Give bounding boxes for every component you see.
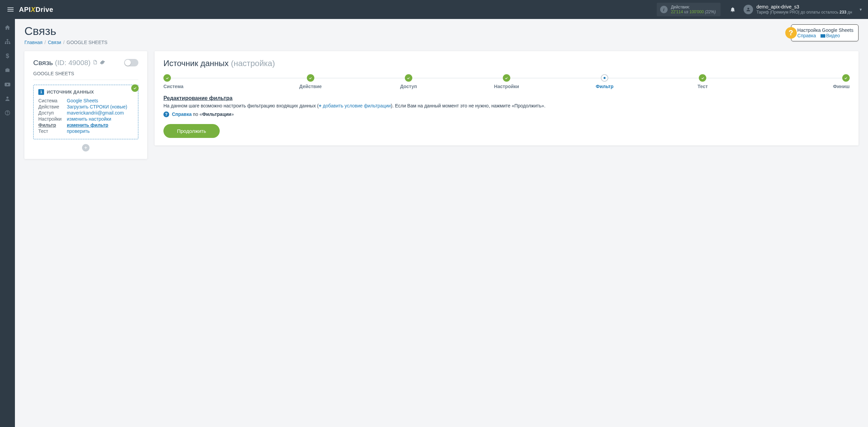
step-Система[interactable]: Система <box>163 74 261 89</box>
source-row-link[interactable]: maverickandrii@gmail.com <box>67 110 124 116</box>
step-label: Система <box>163 84 261 89</box>
main-card: Источник данных (настройка) СистемаДейст… <box>155 51 859 145</box>
step-Финиш[interactable]: Финиш <box>752 74 850 89</box>
svg-rect-3 <box>9 43 11 44</box>
video-icon <box>821 34 825 38</box>
sidebar: $ <box>0 19 15 164</box>
tariff-info: Тариф |Премиум PRO| до оплаты осталось 2… <box>756 10 852 15</box>
step-label: Настройки <box>457 84 555 89</box>
step-check-icon <box>699 74 706 82</box>
document-icon[interactable] <box>93 60 98 66</box>
source-row-link[interactable]: Google Sheets <box>67 98 98 103</box>
step-current-dot-icon <box>601 74 608 82</box>
source-row: Тестпроверить <box>38 128 133 134</box>
home-icon[interactable] <box>4 24 11 31</box>
source-row-link[interactable]: изменить фильтр <box>67 122 108 128</box>
help-icon[interactable] <box>4 109 11 117</box>
source-row-key: Система <box>38 98 67 103</box>
help-line: ? Справка по «Фильтрации» <box>163 111 850 118</box>
description: На данном шаге возможно настроить фильтр… <box>163 103 850 109</box>
step-check-icon <box>163 74 171 82</box>
connection-card: Связь (ID: 49008) GOOGLE SHEETS 1 ИСТОЧН… <box>24 51 147 159</box>
svg-rect-1 <box>5 43 6 44</box>
section-heading: Редактирование фильтра <box>163 95 850 101</box>
svg-rect-2 <box>7 43 8 44</box>
svg-point-7 <box>7 114 7 114</box>
source-row-key: Фильтр <box>38 122 67 128</box>
page-title: Связь <box>24 24 107 38</box>
breadcrumb-current: GOOGLE SHEETS <box>66 40 107 45</box>
source-row-key: Действие <box>38 104 67 109</box>
step-check-icon <box>503 74 510 82</box>
help-title: Настройка Google Sheets <box>797 27 853 33</box>
topbar: APIXDrive i Действия: 22'114 из 100'000 … <box>0 0 868 19</box>
connection-subtitle: GOOGLE SHEETS <box>33 71 138 80</box>
youtube-icon[interactable] <box>4 81 11 88</box>
username: demo_apix-drive_s3 <box>756 4 852 10</box>
filter-help-link[interactable]: Справка <box>172 111 192 117</box>
source-row-key: Тест <box>38 128 67 134</box>
menu-toggle[interactable] <box>5 5 16 14</box>
add-button[interactable]: + <box>82 144 90 151</box>
step-Фильтр[interactable]: Фильтр <box>556 74 654 89</box>
actions-label: Действия: <box>671 5 716 9</box>
step-check-icon <box>842 74 850 82</box>
add-filter-condition-link[interactable]: + добавить условие фильтрации <box>319 103 391 108</box>
actions-counter[interactable]: i Действия: 22'114 из 100'000 (22%) <box>657 3 721 16</box>
step-Тест[interactable]: Тест <box>654 74 752 89</box>
source-row-key: Настройки <box>38 116 67 122</box>
breadcrumb-links[interactable]: Связи <box>48 40 61 45</box>
connection-title: Связь <box>33 59 53 67</box>
source-row-key: Доступ <box>38 110 67 116</box>
logo[interactable]: APIXDrive <box>19 6 53 14</box>
info-icon: i <box>660 6 668 13</box>
step-Доступ[interactable]: Доступ <box>359 74 457 89</box>
sitemap-icon[interactable] <box>4 38 11 45</box>
actions-values: 22'114 из 100'000 (22%) <box>671 9 716 14</box>
step-label: Фильтр <box>556 84 654 89</box>
gear-icon[interactable] <box>100 60 105 66</box>
source-number-badge: 1 <box>38 89 44 95</box>
notifications-icon[interactable] <box>727 6 739 13</box>
step-label: Тест <box>654 84 752 89</box>
step-check-icon <box>307 74 314 82</box>
check-icon <box>131 84 139 92</box>
help-video-link[interactable]: Видео <box>826 33 840 38</box>
stepper: СистемаДействиеДоступНастройкиФильтрТест… <box>163 74 850 89</box>
source-box: 1 ИСТОЧНИК ДАННЫХ СистемаGoogle SheetsДе… <box>33 85 138 139</box>
source-row-link[interactable]: изменить настройки <box>67 116 111 122</box>
help-badge-icon[interactable]: ? <box>785 27 797 39</box>
source-row: Доступmaverickandrii@gmail.com <box>38 110 133 116</box>
step-check-icon <box>405 74 412 82</box>
connection-id: (ID: 49008) <box>55 59 91 67</box>
source-row: Настройкиизменить настройки <box>38 116 133 122</box>
connection-toggle[interactable] <box>124 59 138 66</box>
step-label: Финиш <box>752 84 850 89</box>
briefcase-icon[interactable] <box>4 66 11 74</box>
chevron-down-icon[interactable]: ▼ <box>859 7 863 12</box>
source-row: Фильтризменить фильтр <box>38 122 133 128</box>
help-card: ? Настройка Google Sheets Справка Видео <box>791 24 859 41</box>
dollar-icon[interactable]: $ <box>4 52 11 60</box>
svg-point-5 <box>6 97 8 99</box>
breadcrumb: Главная/Связи/GOOGLE SHEETS <box>24 40 107 45</box>
step-Настройки[interactable]: Настройки <box>457 74 555 89</box>
breadcrumb-home[interactable]: Главная <box>24 40 42 45</box>
step-label: Доступ <box>359 84 457 89</box>
continue-button[interactable]: Продолжить <box>163 124 220 138</box>
user-icon[interactable] <box>4 95 11 102</box>
help-reference-link[interactable]: Справка <box>797 33 816 38</box>
source-row-link[interactable]: проверить <box>67 128 90 134</box>
step-Действие[interactable]: Действие <box>261 74 359 89</box>
avatar-icon[interactable] <box>744 5 753 14</box>
source-row: ДействиеЗагрузить СТРОКИ (новые) <box>38 104 133 110</box>
source-row: СистемаGoogle Sheets <box>38 98 133 104</box>
user-block[interactable]: demo_apix-drive_s3 Тариф |Премиум PRO| д… <box>756 4 859 15</box>
main-title: Источник данных (настройка) <box>163 59 850 68</box>
source-row-link[interactable]: Загрузить СТРОКИ (новые) <box>67 104 127 109</box>
step-label: Действие <box>261 84 359 89</box>
question-icon: ? <box>163 111 169 117</box>
svg-rect-0 <box>7 39 8 41</box>
source-title: ИСТОЧНИК ДАННЫХ <box>47 89 94 95</box>
